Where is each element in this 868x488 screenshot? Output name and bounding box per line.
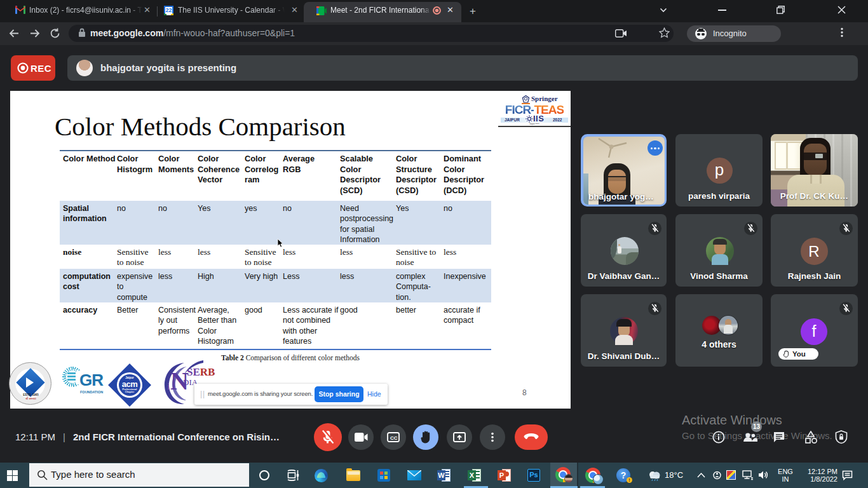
svg-text:CC: CC: [390, 435, 398, 441]
